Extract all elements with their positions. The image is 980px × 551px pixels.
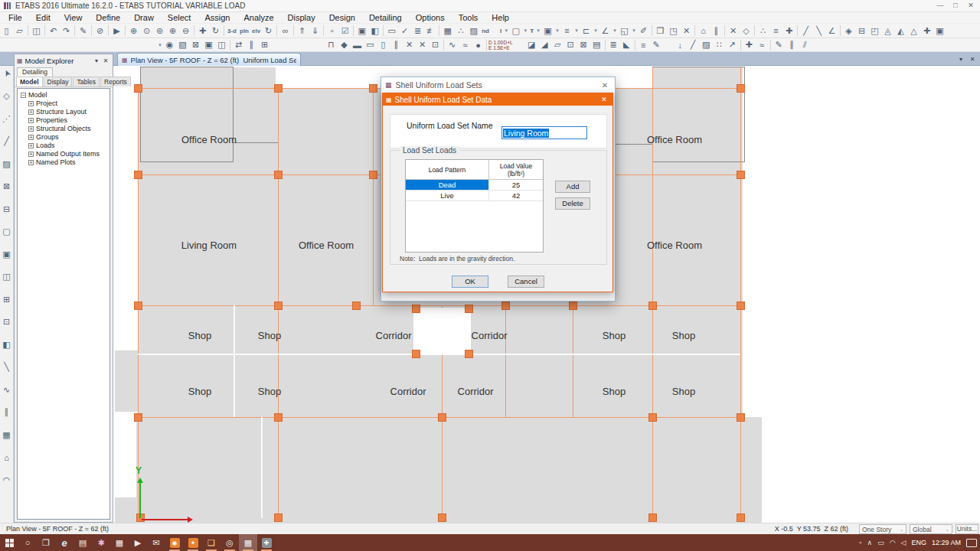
merge-joints-icon[interactable]: ∴ <box>756 24 769 37</box>
joint-node[interactable] <box>438 413 446 422</box>
tree-item-properties[interactable]: +Properties <box>28 116 109 125</box>
load-row-live[interactable]: Live42 <box>406 191 543 201</box>
view-cube-icon[interactable]: ◧ <box>368 24 381 37</box>
frame-section-caret-icon[interactable]: ▾ <box>503 24 509 37</box>
maximize-button[interactable]: □ <box>948 0 963 11</box>
plan-view-icon[interactable]: pln <box>238 24 250 37</box>
guide-box-icon[interactable]: ▣ <box>933 24 946 37</box>
draw-frame-icon[interactable]: ╱ <box>1 135 13 148</box>
redo-icon[interactable]: ↷ <box>60 24 73 37</box>
joint-node[interactable] <box>737 514 745 522</box>
plate-section-caret-icon[interactable]: ▾ <box>631 24 637 37</box>
guide-triangle-icon[interactable]: △ <box>907 24 920 37</box>
menu-analyze[interactable]: Analyze <box>237 12 280 24</box>
link-section-caret-icon[interactable]: ▾ <box>573 24 580 37</box>
menu-options[interactable]: Options <box>409 12 452 24</box>
language-indicator[interactable]: ENG <box>911 539 926 546</box>
draw-pen-icon[interactable]: ✐ <box>637 24 650 37</box>
draw-wall-icon[interactable]: ◫ <box>1 271 13 283</box>
define-slab-icon[interactable]: ▬ <box>351 39 364 51</box>
draw-tendon-icon[interactable]: ∿ <box>1 383 13 396</box>
inner-dialog-close-button[interactable]: ✕ <box>599 96 609 103</box>
assign-lateral-load-icon[interactable]: ↗ <box>726 39 739 51</box>
frame-pier-icon[interactable]: ▦ <box>441 24 454 37</box>
load-value-cell[interactable]: 42 <box>489 191 543 201</box>
assign-joint-load-icon[interactable]: ↓ <box>674 39 687 51</box>
object-shrink-icon[interactable]: ▫ <box>325 24 338 37</box>
tab-menu-button[interactable]: ▾ <box>956 54 966 64</box>
store-icon[interactable]: ▤ <box>74 534 92 551</box>
menu-assign[interactable]: Assign <box>198 12 237 24</box>
volume-icon[interactable]: ◁ <box>901 539 906 546</box>
tree-item-structure-layout[interactable]: +Structure Layout <box>28 108 109 116</box>
joint-node[interactable] <box>501 302 510 310</box>
etabs-icon[interactable]: ▦ <box>239 534 257 551</box>
expand-icon[interactable]: + <box>28 118 34 123</box>
expand-icon[interactable]: + <box>28 135 34 140</box>
tendon-section-icon[interactable]: Ŧ <box>528 24 535 37</box>
movies-icon[interactable]: ▶ <box>129 534 147 551</box>
tree-item-model[interactable]: −Model <box>21 91 109 99</box>
joint-node[interactable] <box>369 171 377 179</box>
joint-node[interactable] <box>465 350 473 358</box>
draw-window-icon[interactable]: ▭ <box>385 24 398 37</box>
ramp-icon[interactable]: ◣ <box>620 39 633 51</box>
joint-node[interactable] <box>569 302 577 310</box>
mass-source-icon[interactable]: ● <box>472 39 485 51</box>
load-patterns-icon[interactable]: D 1.00 E 1.5E <box>488 39 504 51</box>
joint-node[interactable] <box>274 514 283 522</box>
channel-section-caret-icon[interactable]: ▾ <box>593 24 599 37</box>
expand-icon[interactable]: + <box>28 143 34 148</box>
define-deck-icon[interactable]: ▭ <box>364 39 377 51</box>
draw-link-icon[interactable]: ╲ <box>1 361 13 373</box>
joint-node[interactable] <box>412 305 420 313</box>
define-joint-e-icon[interactable]: ✕ <box>403 39 416 51</box>
guide-corner-icon[interactable]: ◰ <box>868 24 881 37</box>
print-icon[interactable]: ≡ <box>637 39 650 51</box>
channel-section-icon[interactable]: ⊏ <box>580 24 593 37</box>
dome-view-icon[interactable]: ◠ <box>1 474 13 486</box>
snap-mid-icon[interactable]: ◇ <box>740 24 753 37</box>
pinned-tray-icon[interactable]: ▫ <box>859 539 861 546</box>
measure-area-icon[interactable]: ╲ <box>812 24 825 37</box>
draw-floor-objects-icon[interactable]: ▣ <box>202 39 215 51</box>
tab-detailing[interactable]: Detailing <box>17 67 53 77</box>
draw-braces-objects-icon[interactable]: ⊠ <box>189 39 202 51</box>
angle-section-icon[interactable]: ∠ <box>599 24 612 37</box>
cancel-button[interactable]: Cancel <box>508 276 544 288</box>
assign-uniform-load-icon[interactable]: ∷ <box>713 39 726 51</box>
menu-detailing[interactable]: Detailing <box>362 12 409 24</box>
sap2000-app-icon[interactable]: ✦ <box>184 534 202 551</box>
joint-node[interactable] <box>438 514 446 522</box>
multi-slab-icon[interactable]: ▤ <box>590 39 603 51</box>
quick-draw-wall-icon[interactable]: ⊞ <box>1 293 13 305</box>
draw-dimension-objects-icon[interactable]: ∥ <box>245 39 258 51</box>
perspective-icon[interactable]: ∞ <box>279 24 292 37</box>
outer-dialog-close-button[interactable]: ✕ <box>599 81 611 90</box>
previous-zoom-icon[interactable]: ⊚ <box>153 24 166 37</box>
lock-model-icon[interactable]: ⊘ <box>93 24 106 37</box>
joint-node[interactable] <box>737 84 745 93</box>
load-set-table[interactable]: Load Pattern Load Value (lb/ft²) Dead25L… <box>405 159 544 253</box>
snap-ends-icon[interactable]: ✕ <box>727 24 740 37</box>
assign-area-load-icon[interactable]: ▨ <box>700 39 713 51</box>
joint-node[interactable] <box>134 84 142 93</box>
story-selector[interactable]: One Story⌄ <box>859 524 906 534</box>
link-section-icon[interactable]: ≡ <box>560 24 573 37</box>
open-model-icon[interactable]: ▱ <box>13 24 26 37</box>
draw-joint-objects-icon[interactable]: ◉ <box>163 39 176 51</box>
buildings-icon[interactable]: ⌂ <box>697 24 710 37</box>
define-wall-lines-icon[interactable]: ∥ <box>390 39 403 51</box>
clock[interactable]: 12:29 AM <box>932 539 961 546</box>
assign-wind-load-icon[interactable]: ≈ <box>756 39 769 51</box>
draw-frame-objects-icon[interactable]: ▧ <box>176 39 189 51</box>
menu-view[interactable]: View <box>57 12 90 24</box>
define-joint-h2-icon[interactable]: ✕ <box>416 39 429 51</box>
menu-display[interactable]: Display <box>281 12 322 24</box>
joint-node[interactable] <box>134 302 142 310</box>
wall-opening-icon[interactable]: ▱ <box>551 39 564 51</box>
draw-window-object-icon[interactable]: ◧ <box>1 338 13 350</box>
draw-door-icon[interactable]: ⊡ <box>1 316 13 328</box>
joint-node[interactable] <box>369 84 377 93</box>
joint-node[interactable] <box>134 171 142 179</box>
